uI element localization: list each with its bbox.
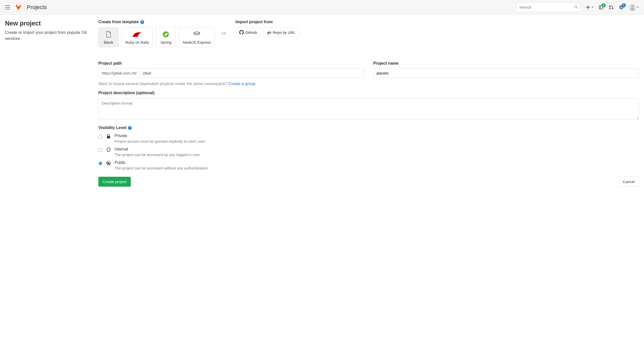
project-path-prefix: https://gitlab.cern.ch/ xyxy=(98,68,140,78)
svg-point-6 xyxy=(609,6,610,7)
search-box xyxy=(516,3,580,12)
namespace-select[interactable]: cburr ⌄ xyxy=(140,68,364,78)
template-spring[interactable]: Spring xyxy=(156,27,176,47)
svg-point-8 xyxy=(612,8,613,9)
gitlab-logo-icon[interactable] xyxy=(15,3,22,11)
visibility-private-radio[interactable] xyxy=(98,135,102,139)
page-title[interactable]: Projects xyxy=(27,4,47,11)
app-header: Projects 2 1 xyxy=(0,0,644,15)
svg-point-7 xyxy=(609,8,610,9)
chevron-down-icon: ⌄ xyxy=(359,71,361,75)
visibility-public-radio[interactable] xyxy=(98,161,102,165)
sidebar-subtext: Create or Import your project from popul… xyxy=(5,30,93,42)
visibility-internal-radio[interactable] xyxy=(98,148,102,152)
sidebar: New project Create or Import your projec… xyxy=(5,20,98,187)
help-icon[interactable]: ? xyxy=(128,126,132,130)
help-icon[interactable]: ? xyxy=(140,20,144,24)
template-blank[interactable]: Blank xyxy=(98,27,119,47)
svg-line-1 xyxy=(577,8,578,9)
spring-icon xyxy=(159,31,172,38)
issues-badge: 2 xyxy=(602,3,606,7)
lock-icon xyxy=(106,134,111,139)
github-icon xyxy=(239,30,244,35)
avatar-icon xyxy=(629,4,636,11)
project-path-label: Project path xyxy=(98,61,364,66)
sidebar-heading: New project xyxy=(5,20,93,27)
issues-icon[interactable]: 2 xyxy=(599,5,604,10)
search-input[interactable] xyxy=(516,3,580,12)
project-name-input[interactable] xyxy=(373,68,639,78)
file-icon xyxy=(102,31,115,38)
visibility-private[interactable]: Private Project access must be granted e… xyxy=(98,134,639,143)
template-node[interactable]: NodeJS Express xyxy=(179,27,215,47)
svg-rect-13 xyxy=(107,136,110,138)
cancel-button[interactable]: Cancel xyxy=(619,177,639,187)
search-icon[interactable] xyxy=(574,5,578,10)
template-rails[interactable]: Ruby on Rails xyxy=(122,27,153,47)
import-repo-url-button[interactable]: git Repo by URL xyxy=(263,27,299,37)
globe-icon xyxy=(106,161,111,165)
description-textarea[interactable] xyxy=(98,98,639,119)
main-content: Create from template ? Blank Ruby on Rai… xyxy=(98,20,639,187)
project-name-label: Project name xyxy=(373,61,639,66)
git-icon: git xyxy=(267,31,271,34)
svg-point-0 xyxy=(574,5,577,8)
visibility-public[interactable]: Public The project can be accessed witho… xyxy=(98,160,639,170)
description-label: Project description (optional) xyxy=(98,91,639,95)
todos-icon[interactable]: 1 xyxy=(619,5,624,10)
namespace-hint: Want to house several dependent projects… xyxy=(98,82,639,86)
new-dropdown[interactable] xyxy=(585,5,594,10)
templates-label: Create from template ? xyxy=(98,20,215,24)
rails-icon xyxy=(125,31,149,38)
or-separator: OR xyxy=(221,32,226,35)
node-icon xyxy=(183,31,211,38)
user-menu[interactable] xyxy=(629,4,639,11)
visibility-label: Visibility Level ? xyxy=(98,126,639,130)
import-label: Import project from xyxy=(235,20,299,24)
create-group-link[interactable]: Create a group xyxy=(228,82,255,86)
merge-requests-icon[interactable] xyxy=(609,5,614,10)
todos-badge: 1 xyxy=(622,3,626,7)
hamburger-menu-icon[interactable] xyxy=(5,5,10,9)
create-project-button[interactable]: Create project xyxy=(98,177,131,187)
shield-icon xyxy=(106,147,111,152)
import-github-button[interactable]: GitHub xyxy=(235,27,261,37)
visibility-internal[interactable]: Internal The project can be accessed by … xyxy=(98,147,639,157)
